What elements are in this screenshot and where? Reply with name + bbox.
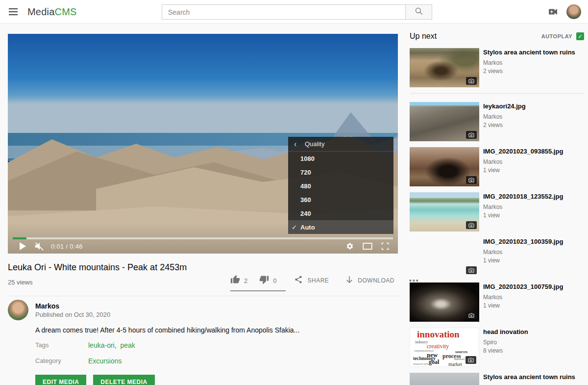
item-title[interactable]: Stylos area ancient town ruins: [483, 49, 575, 56]
wordcloud-word: innovation: [417, 329, 460, 340]
item-title[interactable]: leykaori24.jpg: [483, 103, 526, 110]
quality-option-240[interactable]: 240: [288, 206, 393, 220]
wordcloud-word: industry: [415, 340, 428, 344]
thumbnail[interactable]: [410, 147, 479, 186]
item-author: Markos: [483, 294, 563, 301]
item-title[interactable]: IMG_20201023_100759.jpg: [483, 283, 563, 291]
video-description: A dream comes true! After 4-5 hours of c…: [35, 326, 310, 335]
video-player[interactable]: 0:01 / 0:46 ‹ Quality 1080 720 480 360 2…: [8, 34, 398, 254]
thumbnail[interactable]: [410, 282, 479, 322]
share-button[interactable]: SHARE: [294, 275, 329, 286]
item-views: 2 views: [483, 122, 526, 128]
tag-separator: ,: [115, 341, 117, 349]
quality-option-480[interactable]: 480: [288, 179, 393, 193]
thumbs-up-icon: [230, 275, 240, 286]
quality-option-1080[interactable]: 1080: [288, 152, 393, 165]
wordcloud-word: method: [454, 357, 465, 361]
author-avatar[interactable]: [8, 300, 28, 320]
list-item[interactable]: Stylos area ancient town ruins: [410, 373, 584, 385]
item-views: 8 views: [483, 347, 528, 354]
tags-list: leuka-ori, peak: [88, 341, 135, 349]
quality-menu-back[interactable]: ‹ Quality: [288, 137, 393, 152]
up-next-sidebar: Up next AUTOPLAY ✓ Stylos area ancient t…: [410, 30, 584, 385]
download-button[interactable]: DOWNLOAD: [345, 275, 394, 286]
thumbnail[interactable]: innovation industry creativity organizat…: [410, 328, 479, 367]
rating-underline: [230, 290, 286, 291]
published-date: Published on Oct 30, 2020: [35, 311, 110, 318]
edit-media-button[interactable]: EDIT MEDIA: [35, 375, 86, 385]
category-link[interactable]: Excursions: [88, 357, 122, 365]
list-item[interactable]: IMG_20201018_123552.jpg Markos 1 view: [410, 192, 584, 231]
fullscreen-icon[interactable]: [380, 241, 390, 251]
play-icon[interactable]: [18, 241, 27, 251]
settings-gear-icon[interactable]: [345, 241, 355, 251]
volume-muted-icon[interactable]: [34, 241, 44, 251]
item-views: 2 views: [483, 68, 575, 75]
item-author: Markos: [483, 158, 563, 165]
brand-logo[interactable]: MediaCMS: [27, 6, 77, 18]
like-button[interactable]: 2: [230, 275, 247, 286]
item-author: Spiro: [483, 339, 528, 346]
list-item[interactable]: IMG_20201023_093855.jpg Markos 1 view: [410, 147, 584, 186]
menu-icon[interactable]: [9, 8, 18, 15]
delete-media-button[interactable]: DELETE MEDIA: [93, 375, 154, 385]
camera-icon: [466, 266, 477, 274]
tag-link-peak[interactable]: peak: [120, 341, 135, 349]
list-item[interactable]: leykaori24.jpg Markos 2 views: [410, 102, 584, 141]
check-icon: ✓: [292, 224, 299, 231]
item-views: 1 view: [483, 167, 563, 174]
thumbnail[interactable]: [410, 237, 479, 277]
brand-cms: CMS: [54, 6, 76, 17]
download-icon: [345, 275, 353, 286]
list-item[interactable]: Stylos area ancient town ruins Markos 2 …: [410, 48, 584, 87]
item-title[interactable]: IMG_20201018_123552.jpg: [483, 193, 563, 201]
tag-link-leuka-ori[interactable]: leuka-ori: [88, 341, 115, 349]
time-display: 0:01 / 0:46: [51, 243, 83, 250]
search-input[interactable]: [162, 4, 405, 20]
wordcloud-word: goal: [429, 359, 439, 366]
quality-option-720[interactable]: 720: [288, 165, 393, 179]
search-icon: [415, 7, 423, 18]
thumbnail[interactable]: [410, 102, 479, 141]
camera-icon: [466, 77, 477, 85]
search-bar: [162, 4, 432, 20]
share-icon: [294, 275, 303, 286]
item-title[interactable]: IMG_20201023_093855.jpg: [483, 148, 563, 155]
download-label: DOWNLOAD: [358, 277, 394, 284]
search-button[interactable]: [405, 4, 432, 20]
top-bar: MediaCMS: [0, 0, 588, 24]
wordcloud-word: market: [448, 361, 462, 367]
dislike-button[interactable]: 0: [259, 275, 276, 286]
thumbs-down-icon: [259, 275, 269, 286]
list-item[interactable]: IMG_20201023_100759.jpg Markos 1 view: [410, 282, 584, 322]
view-count: 25 views: [8, 279, 33, 286]
author-name[interactable]: Markos: [35, 302, 59, 310]
page-title: Leuka Ori - White mountains - Peak at 24…: [8, 262, 321, 273]
item-title[interactable]: head inovation: [483, 328, 528, 336]
sidebar-divider: [410, 93, 584, 94]
user-avatar[interactable]: [566, 4, 581, 19]
category-label: Category: [35, 357, 61, 364]
list-item[interactable]: IMG_20201023_100359.jpg Markos 1 view: [410, 237, 584, 277]
camera-icon: [466, 356, 476, 364]
autoplay-checkbox[interactable]: ✓: [576, 32, 584, 40]
action-bar: 2 0 SHARE DOWNLOAD •••: [230, 274, 419, 287]
item-title[interactable]: Stylos area ancient town ruins: [483, 373, 575, 381]
list-item[interactable]: innovation industry creativity organizat…: [410, 328, 584, 367]
like-count: 2: [244, 277, 247, 284]
item-title[interactable]: IMG_20201023_100359.jpg: [483, 238, 563, 246]
thumbnail[interactable]: [410, 373, 479, 385]
item-views: 1 view: [483, 257, 563, 264]
thumbnail[interactable]: [410, 192, 479, 231]
up-next-heading: Up next: [410, 32, 437, 41]
brand-media: Media: [27, 6, 54, 17]
control-bar: 0:01 / 0:46: [8, 239, 398, 254]
quality-option-auto[interactable]: ✓ Auto: [288, 220, 393, 234]
quality-option-360[interactable]: 360: [288, 193, 393, 206]
upload-media-icon[interactable]: [548, 7, 559, 17]
thumbnail[interactable]: [410, 48, 479, 87]
chevron-left-icon: ‹: [294, 140, 305, 149]
check-icon: ✓: [578, 33, 582, 40]
theater-mode-icon[interactable]: [363, 241, 372, 251]
section-divider: [8, 296, 398, 296]
